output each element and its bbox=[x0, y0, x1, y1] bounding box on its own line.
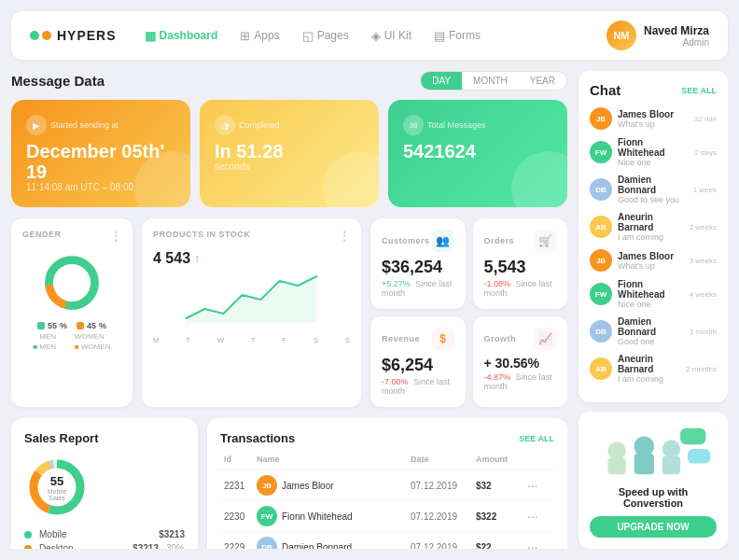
growth-change: -4.87% Since last month bbox=[484, 372, 557, 391]
tab-year[interactable]: YEAR bbox=[519, 72, 566, 90]
chat-item-1[interactable]: FW Fionn Whitehead Nice one 2 days bbox=[590, 137, 717, 167]
chat-avatar-7: AB bbox=[590, 357, 612, 380]
metric-revenue: Revenue $ $6,254 -7.00% Since last month bbox=[370, 316, 466, 407]
user-avatar: NM bbox=[607, 21, 636, 50]
chat-avatar-5: FW bbox=[590, 283, 612, 305]
chat-avatar-6: DB bbox=[590, 320, 612, 343]
nav-item-dashboard[interactable]: ▦ Dashboard bbox=[145, 29, 218, 43]
started-icon: ▶ bbox=[26, 115, 47, 135]
svg-rect-13 bbox=[662, 456, 680, 474]
th-id: Id bbox=[224, 455, 257, 464]
table-row: 2229 DB Damien Bonnard 07.12.2019 $22 ··… bbox=[220, 532, 554, 549]
row-action-2[interactable]: ··· bbox=[527, 539, 551, 549]
women-dot bbox=[77, 322, 84, 329]
row-action-0[interactable]: ··· bbox=[527, 478, 551, 493]
metric-customers: Customers 👥 $36,254 +5.27% Since last mo… bbox=[370, 218, 466, 309]
chat-see-all[interactable]: SEE ALL bbox=[681, 86, 717, 95]
svg-rect-9 bbox=[607, 458, 625, 474]
logo-dot-orange bbox=[42, 31, 51, 40]
tab-day[interactable]: DAY bbox=[421, 72, 462, 90]
sales-sublabel: MobileSales bbox=[48, 488, 67, 501]
card-started-label: ▶ Started sending at bbox=[26, 115, 175, 135]
th-action bbox=[527, 455, 551, 464]
chat-item-0[interactable]: JB James Bloor What's up 32 min bbox=[590, 107, 717, 130]
customers-icon: 👥 bbox=[432, 230, 454, 252]
sales-donut: 55 MobileSales bbox=[24, 455, 90, 520]
header: HYPERS ▦ Dashboard ⊞ Apps ◱ Pages ◈ UI K… bbox=[11, 11, 728, 60]
forms-icon: ▤ bbox=[434, 29, 445, 43]
uikit-icon: ◈ bbox=[371, 29, 381, 43]
nav-item-forms[interactable]: ▤ Forms bbox=[434, 29, 481, 43]
gender-card: GENDER ⋮ bbox=[11, 218, 132, 407]
nav-item-apps[interactable]: ⊞ Apps bbox=[240, 29, 279, 43]
gender-menu[interactable]: ⋮ bbox=[110, 230, 122, 243]
table-row: 2231 JB James Bloor 07.12.2019 $32 ··· bbox=[220, 470, 554, 501]
promo-title: Speed up with Converstion bbox=[590, 486, 717, 509]
chat-avatar-2: DB bbox=[590, 178, 612, 201]
nav-item-pages[interactable]: ◱ Pages bbox=[302, 29, 349, 43]
orders-change: -1.08% Since last month bbox=[484, 279, 557, 298]
metric-revenue-header: Revenue $ bbox=[382, 328, 454, 350]
chat-header: Chat SEE ALL bbox=[590, 82, 717, 98]
svg-rect-11 bbox=[634, 454, 654, 474]
sales-title: Sales Report bbox=[24, 431, 185, 445]
transactions-see-all[interactable]: SEE ALL bbox=[519, 434, 554, 443]
revenue-change: -7.00% Since last month bbox=[382, 377, 454, 396]
metric-growth: Growth 📈 + 30.56% -4.87% Since last mont… bbox=[473, 316, 568, 407]
svg-point-8 bbox=[607, 441, 625, 459]
chat-item-6[interactable]: DB Damien Bonnard Good one 1 month bbox=[590, 316, 717, 346]
nav-item-uikit[interactable]: ◈ UI Kit bbox=[371, 29, 411, 43]
app-wrapper: HYPERS ▦ Dashboard ⊞ Apps ◱ Pages ◈ UI K… bbox=[0, 0, 739, 560]
main-nav: ▦ Dashboard ⊞ Apps ◱ Pages ◈ UI Kit ▤ Fo… bbox=[145, 29, 607, 43]
pages-icon: ◱ bbox=[302, 29, 314, 43]
user-info: Naved Mirza Admin bbox=[644, 24, 709, 48]
chat-info-7: Aneurin Barnard I am coming bbox=[618, 354, 680, 384]
chat-title: Chat bbox=[590, 82, 620, 98]
chat-item-7[interactable]: AB Aneurin Barnard I am coming 2 months bbox=[590, 354, 717, 384]
tab-month[interactable]: MONTH bbox=[462, 72, 519, 90]
message-data-section: Message Data DAY MONTH YEAR ▶ Started se… bbox=[11, 71, 567, 207]
gender-donut bbox=[39, 250, 105, 315]
chat-avatar-1: FW bbox=[590, 141, 612, 163]
user-name: Naved Mirza bbox=[644, 24, 709, 37]
products-title: PRODUCTS IN STOCK ⋮ bbox=[153, 230, 350, 243]
customers-value: $36,254 bbox=[382, 258, 454, 277]
chat-item-4[interactable]: JB James Bloor What's up 3 weeks bbox=[590, 249, 717, 272]
td-name-1: FW Fionn Whitehead bbox=[257, 506, 411, 526]
donut-wrapper: 55% 45% MEN WOMEN ■ MEN bbox=[22, 250, 121, 351]
metric-orders: Orders 🛒 5,543 -1.08% Since last month bbox=[473, 218, 568, 309]
completed-icon: ◑ bbox=[215, 115, 235, 135]
orders-value: 5,543 bbox=[484, 258, 557, 277]
sales-legend: Mobile $3213 Desktop $3213 30% Tablet bbox=[24, 529, 185, 549]
growth-icon: 📈 bbox=[534, 328, 556, 350]
chat-item-3[interactable]: AB Aneurin Barnard I am coming 2 weeks bbox=[590, 212, 717, 242]
donut-legend: 55% 45% bbox=[37, 321, 106, 330]
logo-dots bbox=[30, 31, 51, 40]
legend-women: 45% bbox=[77, 321, 106, 330]
card-started: ▶ Started sending at December 05th' 19 1… bbox=[11, 100, 190, 207]
chat-avatar-0: JB bbox=[590, 107, 612, 130]
chat-info-1: Fionn Whitehead Nice one bbox=[618, 137, 689, 167]
row-avatar-0: JB bbox=[257, 475, 277, 496]
chat-info-0: James Bloor What's up bbox=[618, 109, 689, 129]
chat-info-2: Damien Bonnard Good to see you bbox=[618, 175, 688, 204]
svg-point-10 bbox=[634, 436, 654, 455]
legend-mobile: Mobile $3213 bbox=[24, 529, 185, 539]
chat-info-5: Fionn Whitehead Nice one bbox=[618, 279, 684, 309]
svg-rect-15 bbox=[688, 449, 710, 464]
chat-item-2[interactable]: DB Damien Bonnard Good to see you 1 week bbox=[590, 175, 717, 204]
promo-card: Speed up with Converstion UPGRADE NOW bbox=[579, 412, 728, 549]
card-total: ✉ Total Messages 5421624 bbox=[388, 100, 567, 207]
products-menu[interactable]: ⋮ bbox=[339, 230, 351, 243]
left-panel: Message Data DAY MONTH YEAR ▶ Started se… bbox=[11, 71, 567, 549]
message-data-header: Message Data DAY MONTH YEAR bbox=[11, 71, 567, 91]
chat-item-5[interactable]: FW Fionn Whitehead Nice one 4 weeks bbox=[590, 279, 717, 309]
card-completed-label: ◑ Completed bbox=[215, 115, 364, 135]
th-name: Name bbox=[257, 455, 411, 464]
upgrade-button[interactable]: UPGRADE NOW bbox=[590, 516, 717, 538]
td-name-0: JB James Bloor bbox=[257, 475, 411, 496]
chat-info-6: Damien Bonnard Good one bbox=[618, 316, 684, 346]
row-action-1[interactable]: ··· bbox=[527, 509, 551, 524]
products-chart bbox=[153, 267, 350, 332]
th-date: Date bbox=[411, 455, 476, 464]
